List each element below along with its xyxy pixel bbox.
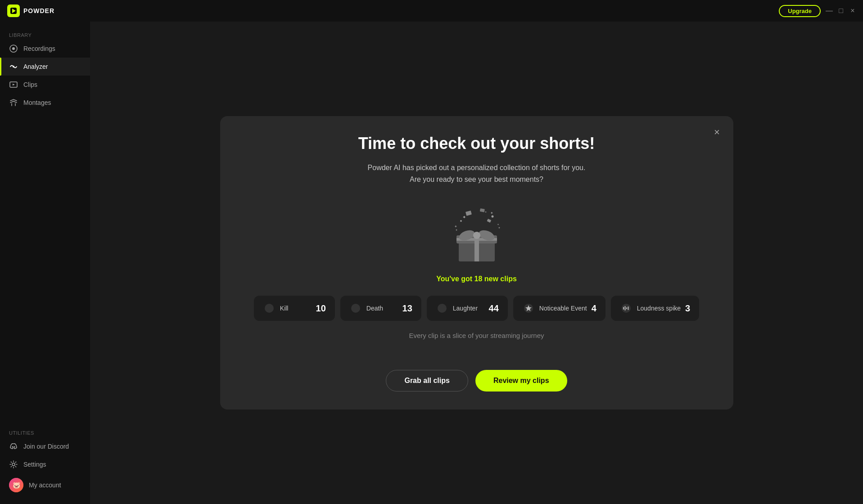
modal-subtitle: Powder AI has picked out a personalized … xyxy=(368,162,586,185)
loudness-count: 3 xyxy=(685,303,690,314)
svg-point-8 xyxy=(12,463,15,466)
svg-point-4 xyxy=(13,66,14,68)
avatar: 🐷 xyxy=(9,478,23,492)
sidebar-item-recordings[interactable]: Recordings xyxy=(0,40,90,58)
svg-rect-27 xyxy=(465,211,472,216)
svg-rect-39 xyxy=(624,306,625,310)
svg-point-7 xyxy=(14,446,15,448)
app-title: POWDER xyxy=(23,7,54,14)
sidebar-recordings-label: Recordings xyxy=(23,45,55,52)
modal-container: × Time to check out your shorts! Powder … xyxy=(220,116,733,410)
sidebar-montages-label: Montages xyxy=(23,99,51,106)
svg-text:✦: ✦ xyxy=(490,211,493,215)
content-area: × Time to check out your shorts! Powder … xyxy=(90,22,863,504)
kill-count: 10 xyxy=(316,303,326,314)
sidebar-analyzer-label: Analyzer xyxy=(23,63,48,70)
sidebar-settings-label: Settings xyxy=(23,461,46,468)
montages-icon xyxy=(9,98,18,107)
svg-point-18 xyxy=(460,220,462,222)
svg-point-34 xyxy=(438,304,447,313)
stat-card-laughter: 😂 Laughter 44 xyxy=(427,296,508,321)
recordings-icon xyxy=(9,44,18,53)
death-count: 13 xyxy=(402,303,412,314)
kill-icon: 💀 xyxy=(263,302,276,315)
clips-count-text: You've got 18 new clips xyxy=(436,275,517,283)
clips-icon xyxy=(9,80,18,89)
clips-count-highlight: 18 new clips xyxy=(474,275,517,283)
titlebar-right: Upgrade — □ × xyxy=(779,5,856,17)
sidebar-item-account[interactable]: 🐷 My account xyxy=(0,473,90,497)
titlebar-left: POWDER xyxy=(7,4,54,17)
modal-close-button[interactable]: × xyxy=(710,125,724,140)
svg-point-20 xyxy=(498,227,500,229)
journey-text: Every clip is a slice of your streaming … xyxy=(409,332,544,339)
sidebar-item-clips[interactable]: Clips xyxy=(0,76,90,94)
stat-card-noticeable: Noticeable Event 4 xyxy=(513,296,605,321)
death-label: Death xyxy=(366,305,398,312)
death-icon: ☠️ xyxy=(349,302,362,315)
stat-card-kill: 💀 Kill 10 xyxy=(254,296,335,321)
loudness-label: Loudness spike xyxy=(637,305,681,312)
review-my-clips-button[interactable]: Review my clips xyxy=(475,370,567,392)
app-logo xyxy=(7,4,20,17)
svg-point-3 xyxy=(12,47,15,50)
sidebar-discord-label: Join our Discord xyxy=(23,443,69,450)
svg-rect-41 xyxy=(628,306,628,310)
svg-text:✦: ✦ xyxy=(454,225,457,229)
gift-illustration: ✦ ✦ ✦ ✦ xyxy=(441,203,513,266)
sidebar-account-label: My account xyxy=(29,482,61,489)
maximize-button[interactable]: □ xyxy=(838,8,844,14)
loudness-icon xyxy=(620,302,633,315)
svg-text:✦: ✦ xyxy=(462,215,466,220)
stat-card-death: ☠️ Death 13 xyxy=(340,296,421,321)
svg-point-21 xyxy=(456,230,457,231)
sidebar-utilities-label: Utilities xyxy=(0,427,90,437)
titlebar: POWDER Upgrade — □ × xyxy=(0,0,863,22)
laughter-label: Laughter xyxy=(453,305,484,312)
stat-card-loudness: Loudness spike 3 xyxy=(611,296,699,321)
svg-point-17 xyxy=(473,232,480,239)
grab-all-clips-button[interactable]: Grab all clips xyxy=(386,370,468,392)
noticeable-icon xyxy=(522,302,535,315)
svg-rect-29 xyxy=(487,219,491,223)
svg-text:🐷: 🐷 xyxy=(13,482,21,489)
sidebar-clips-label: Clips xyxy=(23,81,37,88)
upgrade-button[interactable]: Upgrade xyxy=(779,5,821,17)
modal-title: Time to check out your shorts! xyxy=(358,134,595,153)
stats-row: 💀 Kill 10 ☠️ Death 13 xyxy=(238,296,715,321)
laughter-count: 44 xyxy=(489,303,499,314)
sidebar-item-analyzer[interactable]: Analyzer xyxy=(0,58,90,76)
sidebar-item-discord[interactable]: Join our Discord xyxy=(0,437,90,455)
svg-rect-38 xyxy=(623,307,624,310)
minimize-button[interactable]: — xyxy=(826,8,832,14)
noticeable-label: Noticeable Event xyxy=(539,305,587,312)
svg-point-32 xyxy=(351,304,360,313)
svg-point-19 xyxy=(491,216,493,218)
window-close-button[interactable]: × xyxy=(849,8,856,14)
discord-icon xyxy=(9,442,18,451)
svg-point-6 xyxy=(12,446,14,448)
main-layout: Library Recordings Analyzer xyxy=(0,22,863,504)
sidebar-item-montages[interactable]: Montages xyxy=(0,94,90,112)
svg-text:✦: ✦ xyxy=(497,223,499,226)
laughter-icon: 😂 xyxy=(436,302,448,315)
noticeable-count: 4 xyxy=(592,303,596,314)
modal-buttons: Grab all clips Review my clips xyxy=(386,370,567,392)
svg-point-30 xyxy=(265,304,274,313)
kill-label: Kill xyxy=(280,305,312,312)
svg-point-22 xyxy=(485,212,486,213)
settings-icon xyxy=(9,460,18,469)
analyzer-icon xyxy=(9,62,18,71)
sidebar-item-settings[interactable]: Settings xyxy=(0,455,90,473)
svg-rect-28 xyxy=(479,208,484,212)
svg-rect-40 xyxy=(626,307,627,309)
sidebar-library-label: Library xyxy=(0,29,90,40)
sidebar: Library Recordings Analyzer xyxy=(0,22,90,504)
